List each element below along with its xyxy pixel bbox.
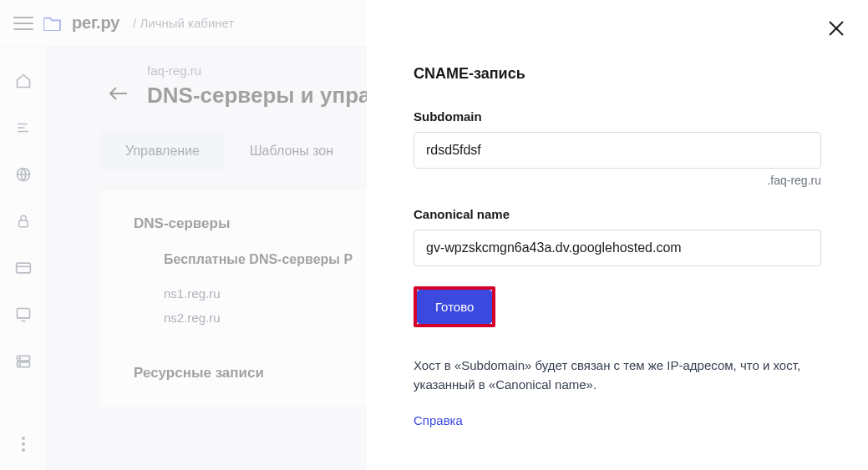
subdomain-input[interactable] [414, 132, 821, 169]
cname-modal: CNAME-запись Subdomain .faq-reg.ru Canon… [367, 0, 868, 470]
cname-input[interactable] [414, 230, 821, 266]
submit-highlight: Готово [414, 286, 495, 327]
subdomain-suffix: .faq-reg.ru [414, 174, 821, 187]
help-link[interactable]: Справка [414, 413, 463, 427]
modal-overlay[interactable] [0, 0, 367, 470]
cname-label: Canonical name [414, 207, 821, 221]
subdomain-field: Subdomain .faq-reg.ru [414, 109, 821, 187]
modal-hint: Хост в «Subdomain» будет связан с тем же… [414, 356, 821, 395]
cname-field: Canonical name [414, 207, 821, 266]
submit-button[interactable]: Готово [417, 290, 492, 324]
close-icon[interactable] [828, 20, 845, 40]
subdomain-label: Subdomain [414, 109, 821, 124]
modal-title: CNAME-запись [414, 65, 821, 83]
